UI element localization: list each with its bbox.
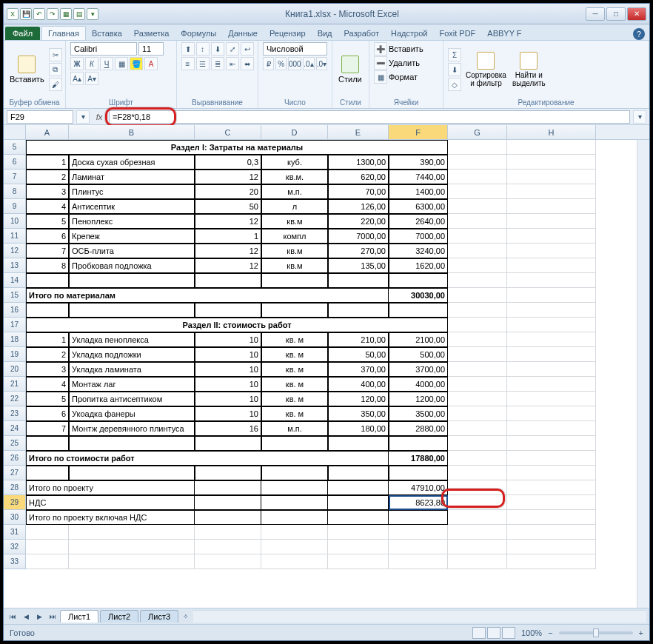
cell[interactable] [507,318,596,332]
cell[interactable] [448,303,507,318]
row-header[interactable]: 21 [4,377,26,392]
cell[interactable]: 135,00 [328,258,389,273]
cell[interactable]: Крепеж [69,229,195,244]
cell[interactable] [389,554,448,569]
file-tab[interactable]: Файл [5,27,40,40]
cell[interactable]: 180,00 [328,421,389,436]
cell[interactable]: м.п. [261,421,328,436]
cell[interactable] [507,377,596,392]
cell[interactable]: кв.м [261,214,328,229]
cell[interactable]: 390,00 [389,155,448,170]
cell[interactable]: Доска сухая обрезная [69,155,195,170]
cell[interactable] [26,540,69,554]
cell[interactable] [507,540,596,554]
tab-developer[interactable]: Разработ [338,27,385,40]
formula-expand-icon[interactable]: ▾ [633,110,646,124]
sheet-nav-next-icon[interactable]: ▶ [33,611,45,623]
wrap-text-button[interactable]: ↩ [241,42,254,56]
font-color-button[interactable]: A [144,57,158,70]
cell[interactable] [261,495,328,510]
redo-icon[interactable]: ↷ [47,8,58,20]
format-painter-icon[interactable]: 🖌 [49,78,62,91]
cell[interactable]: 7 [26,244,69,258]
cell[interactable]: 7 [26,421,69,436]
cell[interactable]: Укоадка фанеры [69,406,195,421]
align-mid-button[interactable]: ↕ [196,42,210,56]
row-header[interactable]: 7 [4,170,26,184]
cell[interactable] [448,525,507,540]
cell[interactable] [195,525,261,540]
cell[interactable] [195,495,261,510]
zoom-in-button[interactable]: + [639,628,643,637]
cell[interactable]: 400,00 [328,377,389,392]
cell[interactable]: кв. м [261,392,328,406]
cell[interactable] [448,244,507,258]
cell[interactable] [69,554,195,569]
cell[interactable]: 2100,00 [389,332,448,347]
cell[interactable]: кв. м [261,332,328,347]
cell[interactable]: 2 [26,170,69,184]
paste-button[interactable]: Вставить [8,54,46,85]
cell[interactable] [69,436,195,451]
cell[interactable]: 120,00 [328,392,389,406]
cell[interactable] [507,258,596,273]
cell[interactable] [507,303,596,318]
cell[interactable]: 210,00 [328,332,389,347]
tab-insert[interactable]: Вставка [86,27,128,40]
cell[interactable] [507,244,596,258]
cell[interactable] [328,554,389,569]
cell[interactable] [507,170,596,184]
row-header[interactable]: 28 [4,480,26,495]
fill-button[interactable]: ⬇ [448,63,461,76]
cell[interactable] [328,495,389,510]
formula-input[interactable]: =F28*0,18 [109,110,630,124]
cell[interactable]: 350,00 [328,406,389,421]
cell[interactable] [261,303,328,318]
qat-dropdown-icon[interactable]: ▾ [87,8,98,20]
cell[interactable] [448,288,507,303]
cell[interactable]: Монтаж лаг [69,377,195,392]
dec-decimal-button[interactable]: .0▾ [316,57,327,70]
cell[interactable] [448,510,507,525]
cell[interactable] [26,436,69,451]
new-sheet-icon[interactable]: ✧ [180,611,192,623]
cell[interactable]: 0,3 [195,155,261,170]
cell[interactable] [507,451,596,466]
cell[interactable] [507,347,596,362]
row-header[interactable]: 18 [4,332,26,347]
cell[interactable]: 3 [26,184,69,199]
cell[interactable] [328,273,389,288]
cell[interactable] [448,495,507,510]
cell[interactable]: компл [261,229,328,244]
cell[interactable] [448,540,507,554]
cell[interactable]: 16 [195,421,261,436]
border-button[interactable]: ▦ [115,57,128,70]
cell[interactable] [261,510,328,525]
cell[interactable]: 50,00 [328,347,389,362]
col-header-D[interactable]: D [261,125,328,139]
row-header[interactable]: 33 [4,554,26,569]
cell[interactable]: 1 [195,229,261,244]
cell[interactable] [448,258,507,273]
tab-foxit[interactable]: Foxit PDF [433,27,481,40]
cell[interactable] [328,466,389,480]
cell[interactable]: кв. м [261,406,328,421]
cell[interactable]: кв.м. [261,170,328,184]
cell[interactable] [448,170,507,184]
cell[interactable] [448,362,507,377]
cell[interactable]: ОСБ-плита [69,244,195,258]
cell[interactable]: 4 [26,377,69,392]
cell[interactable]: кв.м [261,258,328,273]
cell[interactable]: 20 [195,184,261,199]
cell[interactable]: 10 [195,377,261,392]
cells-delete-button[interactable]: ➖Удалить [374,56,420,70]
row-header[interactable]: 31 [4,525,26,540]
cell[interactable] [261,466,328,480]
cell[interactable] [507,436,596,451]
indent-dec-button[interactable]: ⇤ [226,57,239,70]
zoom-label[interactable]: 100% [521,628,542,637]
row-header[interactable]: 5 [4,140,26,155]
find-select-button[interactable]: Найти и выделить [511,50,547,89]
view-normal-button[interactable] [472,627,486,639]
cell[interactable] [507,184,596,199]
